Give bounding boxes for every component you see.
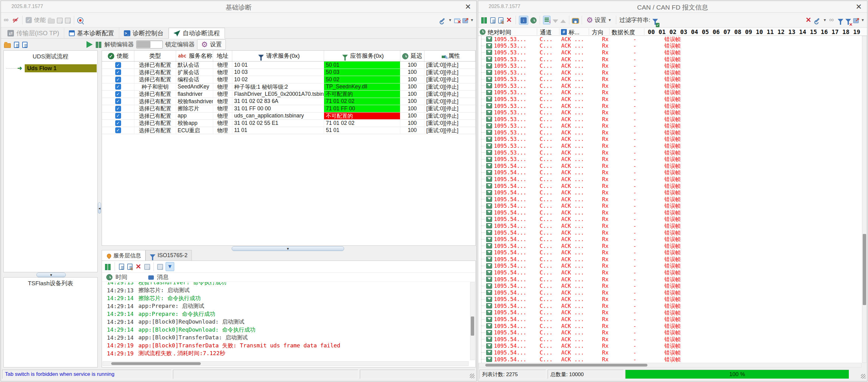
log-entry[interactable]: 14:29:14 app:[Block0]TransferData: 启动测试: [102, 334, 469, 342]
filter-icon[interactable]: [838, 19, 843, 22]
col-direction[interactable]: 方向: [592, 28, 603, 36]
vertical-splitter-handle[interactable]: ◂: [98, 202, 101, 213]
snapshot-icon[interactable]: [572, 19, 579, 23]
can-message-row[interactable]: 1095.54... C... ACK ... Rx - 错误帧: [478, 336, 862, 343]
can-message-row[interactable]: 1095.53... C... ACK ... Rx - 错误帧: [478, 56, 862, 63]
enable-checkbox[interactable]: ✓: [26, 17, 32, 23]
col-absolute-time[interactable]: 绝对时间: [488, 28, 511, 36]
row-enable-checkbox[interactable]: ✓: [115, 106, 121, 112]
col-identifier[interactable]: 标...: [569, 28, 580, 36]
row-enable-checkbox[interactable]: ✓: [115, 127, 121, 133]
pause-log-icon[interactable]: [104, 263, 111, 270]
table-row[interactable]: ✓ 选择已有配置 app 物理 uds_can_application.tsbi…: [102, 113, 475, 120]
disconnect-icon[interactable]: [12, 17, 19, 24]
copy-list-icon[interactable]: [498, 17, 503, 24]
row-enable-checkbox[interactable]: ✓: [115, 113, 121, 119]
scrollbar-thumb[interactable]: [485, 364, 647, 366]
move-down-icon[interactable]: [553, 20, 558, 23]
export-dropdown-arrow[interactable]: ▼: [861, 18, 865, 22]
tools-icon[interactable]: [814, 17, 821, 24]
delete-list-icon[interactable]: ✕: [506, 17, 513, 24]
can-message-row[interactable]: 1095.54... C... ACK ... Rx - 错误帧: [478, 349, 862, 356]
can-message-row[interactable]: 1095.53... C... ACK ... Rx - 错误帧: [478, 69, 862, 76]
can-message-row[interactable]: 1095.54... C... ACK ... Rx - 错误帧: [478, 189, 862, 196]
open-flow-icon[interactable]: [4, 43, 11, 48]
table-row[interactable]: ✓ 种子和密钥 SeedAndKey 物理 种子等级:1 秘钥等级:2 TP_S…: [102, 84, 475, 91]
can-message-row[interactable]: 1095.53... C... ACK ... Rx - 错误帧: [478, 129, 862, 136]
col-delay[interactable]: 延迟: [400, 51, 425, 61]
tab-transport-layer[interactable]: ⇄ 传输层(ISO TP): [3, 28, 64, 38]
add-flow-icon[interactable]: [14, 42, 19, 48]
clear-filter-icon[interactable]: ✕: [805, 17, 812, 24]
scrollbar-thumb[interactable]: [471, 317, 474, 336]
can-message-row[interactable]: 1095.54... C... ACK ... Rx - 错误帧: [478, 316, 862, 323]
can-message-row[interactable]: 1095.54... C... ACK ... Rx - 错误帧: [478, 196, 862, 203]
can-message-row[interactable]: 1095.53... C... ACK ... Rx - 错误帧: [478, 136, 862, 143]
tools-dropdown-arrow[interactable]: ▼: [823, 18, 827, 22]
can-message-row[interactable]: 1095.54... C... ACK ... Rx - 错误帧: [478, 329, 862, 336]
can-message-row[interactable]: 1095.54... C... ACK ... Rx - 错误帧: [478, 302, 862, 310]
resize-grip[interactable]: [861, 374, 866, 379]
table-row[interactable]: ✓ 选择已有配置 ECU重启 物理 11 01 51 01 100 [重试:0]…: [102, 127, 475, 135]
column-separator[interactable]: [559, 28, 559, 35]
open-file-icon[interactable]: [48, 19, 55, 24]
row-enable-checkbox[interactable]: ✓: [115, 91, 121, 97]
can-message-row[interactable]: 1095.53... C... ACK ... Rx - 错误帧: [478, 89, 862, 96]
can-message-row[interactable]: 1095.53... C... ACK ... Rx - 错误帧: [478, 123, 862, 129]
log-entry[interactable]: 14:29:14 app:[Block0]ReqDownload: 启动测试: [102, 318, 469, 326]
time-mode-icon[interactable]: [530, 17, 536, 24]
tab-iso15765-2[interactable]: ISO15765-2: [146, 250, 192, 261]
col-response-service[interactable]: 应答服务(0x): [324, 51, 400, 61]
can-message-row[interactable]: 1095.53... C... ACK ... Rx - 错误帧: [478, 42, 862, 50]
log-entry[interactable]: 14:29:13 擦除芯片: 启动测试: [102, 287, 469, 295]
table-row[interactable]: ✓ 选择已有配置 扩展会话 物理 10 03 50 03 100 [重试:0][…: [102, 69, 475, 76]
can-message-row[interactable]: 1095.54... C... ACK ... Rx - 错误帧: [478, 216, 862, 223]
can-message-row[interactable]: 1095.54... C... ACK ... Rx - 错误帧: [478, 202, 862, 209]
log-entry[interactable]: 14:29:14 擦除芯片: 命令执行成功: [102, 294, 469, 302]
can-message-row[interactable]: 1095.54... C... ACK ... Rx - 错误帧: [478, 276, 862, 283]
close-windows-icon[interactable]: [454, 18, 460, 23]
log-entry[interactable]: 14:29:14 app:Prepare: 命令执行成功: [102, 310, 469, 318]
can-message-row[interactable]: 1095.53... C... ACK ... Rx - 错误帧: [478, 76, 862, 83]
can-message-row[interactable]: 1095.54... C... ACK ... Rx - 错误帧: [478, 243, 862, 249]
can-message-row[interactable]: 1095.54... C... ACK ... Rx - 错误帧: [478, 323, 862, 329]
col-service-name[interactable]: abc服务名称: [176, 51, 213, 61]
tab-auto-diagnosis-flow[interactable]: 自动诊断流程: [169, 28, 225, 39]
can-message-row[interactable]: 1095.54... C... ACK ... Rx - 错误帧: [478, 356, 862, 363]
can-message-row[interactable]: 1095.54... C... ACK ... Rx - 错误帧: [478, 209, 862, 216]
save-log-icon[interactable]: [144, 264, 150, 270]
tools-icon[interactable]: [439, 17, 446, 24]
col-address[interactable]: 地址: [213, 51, 232, 61]
can-message-row[interactable]: 1095.54... C... ACK ... Rx - 错误帧: [478, 163, 862, 169]
move-up-icon[interactable]: [560, 20, 566, 23]
table-row[interactable]: ✓ 选择已有配置 擦除芯片 物理 31 01 FF 00 00 71 01 FF…: [102, 105, 475, 113]
row-enable-checkbox[interactable]: ✓: [115, 84, 121, 90]
can-horizontal-scrollbar[interactable]: [479, 363, 862, 368]
can-message-row[interactable]: 1095.53... C... ACK ... Rx - 错误帧: [478, 96, 862, 102]
filter-remove-icon[interactable]: [845, 19, 851, 22]
can-message-row[interactable]: 1095.53... C... ACK ... Rx - 错误帧: [478, 109, 862, 116]
table-row[interactable]: ✓ 选择已有配置 校验flashdriver 物理 31 01 02 02 83…: [102, 98, 475, 106]
export-dropdown-arrow[interactable]: ▼: [470, 18, 474, 22]
can-message-row[interactable]: 1095.53... C... ACK ... Rx - 错误帧: [478, 36, 862, 42]
can-message-row[interactable]: 1095.53... C... ACK ... Rx - 错误帧: [478, 149, 862, 156]
tab-basic-diagnosis-config[interactable]: 基本诊断配置: [64, 28, 119, 38]
can-message-row[interactable]: 1095.54... C... ACK ... Rx - 错误帧: [478, 269, 862, 276]
can-message-row[interactable]: 1095.54... C... ACK ... Rx - 错误帧: [478, 169, 862, 176]
column-separator[interactable]: [644, 28, 644, 35]
can-message-row[interactable]: 1095.53... C... ACK ... Rx - 错误帧: [478, 49, 862, 56]
save-as-icon[interactable]: [65, 18, 71, 24]
copy-doc-icon[interactable]: [127, 264, 132, 270]
row-enable-checkbox[interactable]: ✓: [115, 69, 121, 75]
table-row[interactable]: ✓ 选择已有配置 校验app 物理 31 01 02 02 55 E1 71 0…: [102, 120, 475, 127]
close-icon[interactable]: ✕: [854, 2, 863, 11]
can-message-row[interactable]: 1095.53... C... ACK ... Rx - 错误帧: [478, 116, 862, 123]
can-message-row[interactable]: 1095.54... C... ACK ... Rx - 错误帧: [478, 236, 862, 243]
can-message-row[interactable]: 1095.53... C... ACK ... Rx - 错误帧: [478, 62, 862, 69]
pause-flow-icon[interactable]: [95, 41, 102, 48]
tree-item-uds-flow-1[interactable]: ➜ Uds Flow 1: [4, 64, 97, 72]
pause-capture-icon[interactable]: [480, 17, 488, 24]
can-message-row[interactable]: 1095.54... C... ACK ... Rx - 错误帧: [478, 343, 862, 350]
table-log-splitter-handle[interactable]: ▾: [232, 246, 344, 251]
can-message-row[interactable]: 1095.54... C... ACK ... Rx - 错误帧: [478, 256, 862, 263]
